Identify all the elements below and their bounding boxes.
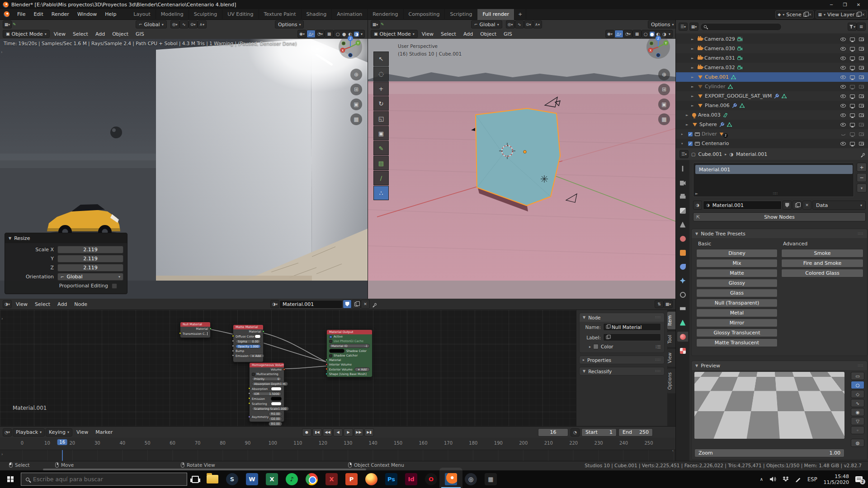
priority-field[interactable]: Priority0 [252, 377, 282, 381]
taskbar-app-powerpoint[interactable]: P [345, 473, 358, 485]
collapse-arrow[interactable]: ‹ [672, 448, 674, 453]
workspace-tab-uv-editing[interactable]: UV Editing [222, 9, 259, 20]
node-menu[interactable]: Node [71, 301, 90, 307]
pan-icon[interactable]: ⊞ [350, 84, 362, 95]
preview-zoom-slider[interactable]: Zoom 1.00 [694, 449, 844, 457]
workspace-tab-shading[interactable]: Shading [302, 9, 332, 20]
zoom-icon[interactable]: ⊕ [350, 69, 362, 80]
color-swatch[interactable] [207, 332, 208, 336]
select-visibility-icon[interactable]: ◉▾ [605, 30, 614, 38]
navigation-gizmo[interactable]: Z Y X [646, 34, 671, 60]
preset-disney-button[interactable]: Disney [696, 249, 778, 258]
viewport-rendered[interactable]: ▦▾ ✎ ⌐Global▾ ◎▾ ∿ ⊙▾ ∧▾ Options▾ ▣Objec… [0, 20, 368, 299]
xray-toggle-icon[interactable]: ▦ [325, 30, 334, 38]
node-color-swatch[interactable] [593, 344, 599, 349]
select-menu[interactable]: Select [32, 301, 53, 307]
input-socket[interactable] [232, 354, 234, 357]
workspace-tab-animation[interactable]: Animation [332, 9, 368, 20]
jump-start-button[interactable]: ▮◀ [312, 428, 322, 436]
scene-selector[interactable]: ◆▾ Scene ✕ [775, 10, 814, 19]
input-socket[interactable] [232, 345, 234, 347]
material-slot-active[interactable]: Material.001 [695, 165, 853, 174]
data-selector-dropdown[interactable]: Data▾ [812, 201, 866, 210]
hide-icon[interactable] [840, 85, 846, 89]
render-disable-icon[interactable] [859, 142, 864, 145]
preset-glass-button[interactable]: Glass [696, 289, 778, 297]
pan-icon[interactable]: ⊞ [658, 84, 670, 95]
shadow-color-swatch[interactable] [329, 349, 344, 353]
active-checkbox[interactable] [329, 335, 332, 338]
viewport-solid[interactable]: ▦▾ ✎ ⌐Global▾ ◎▾ ∿ ⊙▾ ∧▾ Options▾ ▣Objec… [368, 20, 675, 299]
node-matte-material[interactable]: Matte Material Material Diffuse Color Si… [233, 324, 264, 362]
node-tree-presets-header[interactable]: ▼Node Tree Presets∷∷ [692, 229, 867, 238]
workspace-tab-full-render[interactable]: Full render [477, 9, 514, 20]
xray-toggle-icon[interactable]: ▦ [632, 30, 642, 38]
marker-menu[interactable]: Marker [92, 429, 116, 435]
tab-modifiers[interactable] [677, 262, 688, 272]
node-label-field[interactable] [603, 333, 661, 341]
hide-icon[interactable] [840, 113, 846, 117]
add-menu[interactable]: Add [460, 31, 476, 37]
orientation-dropdown[interactable]: ⌐Global▾ [57, 273, 123, 281]
viewport-disable-icon[interactable] [850, 132, 855, 136]
keying-dropdown[interactable]: Keying▾ [46, 428, 72, 436]
add-emission-button[interactable]: +Add [249, 354, 264, 358]
viewport-disable-icon[interactable] [850, 142, 855, 145]
preset-colored-glass-button[interactable]: Colored Glass [781, 269, 863, 277]
material-browse-icon[interactable]: ◑▾ [270, 300, 279, 308]
minimize-button[interactable]: ─ [825, 2, 838, 7]
timeline-editor[interactable]: ◔▾ Playback▾ Keying▾ View Marker ● ▮◀ ◀◀… [0, 426, 675, 461]
render-disable-icon[interactable] [859, 38, 864, 41]
scattering-scale-field[interactable]: Scattering Scale1.000 [252, 407, 289, 411]
outliner-row-sphere[interactable]: ► Sphere [676, 120, 868, 129]
output-socket[interactable] [262, 330, 264, 333]
workspace-tab-sculpting[interactable]: Sculpting [189, 9, 222, 20]
preview-world-button[interactable]: ◍ [851, 439, 864, 447]
tab-texture[interactable] [677, 346, 688, 356]
editor-type-icon[interactable]: ◔▾ [3, 428, 12, 436]
transform-orientation-dropdown[interactable]: ⌐Global▾ [136, 20, 167, 28]
render-disable-icon[interactable] [859, 85, 864, 89]
emission-swatch[interactable] [271, 397, 282, 401]
ior-field[interactable]: IOR1.5000 [252, 392, 282, 396]
filter-icon[interactable]: ▾ [848, 23, 857, 31]
hide-icon[interactable] [840, 75, 846, 79]
preset-matte-translucent-button[interactable]: Matte Translucent [696, 338, 778, 347]
tab-view[interactable]: View [667, 349, 675, 367]
preset-smoke-button[interactable]: Smoke [781, 249, 863, 258]
taskbar-app-firefox[interactable] [365, 473, 377, 485]
tab-object-data[interactable] [677, 318, 688, 328]
outliner-row-camera-030[interactable]: ► Camera.030 [676, 44, 868, 53]
current-frame-badge[interactable]: 16 [57, 439, 67, 445]
viewport-disable-icon[interactable] [850, 85, 855, 89]
overlays-toggle-icon[interactable]: ◔▾ [316, 30, 325, 38]
tab-tool[interactable]: Tool [667, 331, 675, 347]
material-input-socket[interactable] [326, 359, 328, 361]
resize-operator-panel[interactable]: ▼Resize Scale X 2.119 Y 2.119 Z 2.119 Or… [5, 233, 127, 294]
multiscattering-checkbox[interactable] [252, 373, 255, 376]
shape-socket[interactable] [326, 373, 328, 375]
select-menu[interactable]: Select [70, 31, 91, 37]
timeline-ruler[interactable]: 0102030405060708090100110120130140150160… [0, 438, 675, 450]
tab-view-layer[interactable] [677, 206, 688, 216]
output-socket[interactable] [283, 368, 285, 371]
hide-icon[interactable] [840, 94, 846, 98]
start-button[interactable] [0, 470, 21, 488]
greasepencil-icon[interactable]: ✎ [13, 22, 24, 27]
tab-object[interactable] [677, 248, 688, 258]
workspace-tab-modeling[interactable]: Modeling [156, 9, 189, 20]
outliner-row-plane-006[interactable]: ► Plane.006 [676, 101, 868, 110]
tool-annotate[interactable]: ✎ [373, 141, 389, 155]
editor-type-icon[interactable]: ◑▾ [3, 300, 12, 308]
perspective-toggle-icon[interactable]: ▦ [658, 113, 670, 125]
material-browse-icon[interactable]: ◑ [693, 201, 702, 210]
preview-flat-button[interactable]: ▭ [851, 372, 864, 380]
dropbox-icon[interactable] [783, 476, 789, 482]
outliner-display-mode-icon[interactable]: ☰▾ [679, 23, 688, 31]
camera-view-icon[interactable]: ▣ [658, 99, 670, 110]
tab-world[interactable] [677, 234, 688, 244]
workspace-tab-scripting[interactable]: Scripting [445, 9, 477, 20]
taskbar-app-blender[interactable] [445, 473, 457, 485]
fake-user-shield-icon[interactable] [783, 201, 792, 210]
preset-glossy-translucent-button[interactable]: Glossy Translucent [696, 328, 778, 337]
